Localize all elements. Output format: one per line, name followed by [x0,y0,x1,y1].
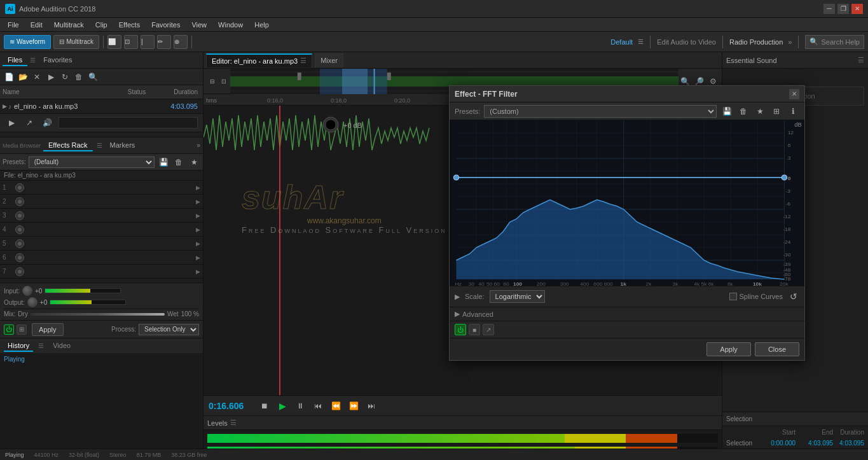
history-menu-icon[interactable]: ☰ [38,342,44,349]
mini-volume-btn[interactable]: 🔊 [41,116,53,129]
pause-btn[interactable]: ⏸ [294,400,307,412]
expand-panels-icon[interactable]: » [196,142,200,149]
scale-dropdown[interactable]: Logarithmic [490,290,545,303]
skip-to-end-btn[interactable]: ⏭ [365,400,378,412]
effects-apply-btn[interactable]: Apply [32,323,64,336]
tab-effects-rack[interactable]: Effects Rack [43,140,93,151]
slot-power-2[interactable] [15,197,24,206]
slot-expand-5[interactable]: ▶ [196,240,200,247]
fft-settings-icon[interactable]: ⊞ [770,105,783,118]
return-to-start-btn[interactable]: ⏮ [312,400,324,412]
rewind-btn[interactable]: ⏪ [329,400,342,412]
close-file-btn[interactable]: ✕ [31,71,43,83]
tool-pencil[interactable]: ✏ [157,35,171,49]
editor-tab-menu[interactable]: ☰ [300,57,307,65]
stop-btn[interactable]: ⏹ [258,400,271,412]
menu-effects[interactable]: Effects [114,20,145,30]
slot-power-4[interactable] [15,225,24,234]
file-item[interactable]: ▶ ♪ el_nino - ara ku.mp3 4:03.095 [0,99,203,113]
workspace-settings-icon[interactable]: ☰ [638,38,644,45]
menu-clip[interactable]: Clip [90,20,113,30]
fft-delete-preset[interactable]: 🗑 [737,105,750,118]
effects-mode-btn[interactable]: ⊞ [17,324,27,335]
search-help-label[interactable]: Search Help [821,38,860,46]
menu-edit[interactable]: Edit [25,20,48,30]
multitrack-button[interactable]: ⊟ Multitrack [53,35,99,49]
presets-dropdown[interactable]: (Default) [29,157,155,168]
open-file-btn[interactable]: 📂 [17,71,29,83]
loop-btn[interactable]: ↻ [59,71,71,83]
slot-power-7[interactable] [15,267,24,276]
more-workspaces-icon[interactable]: » [788,38,792,46]
effects-power-btn[interactable]: ⏻ [4,324,14,335]
tab-editor[interactable]: Editor: el_nino - ara ku.mp3 ☰ [206,53,312,67]
slot-expand-2[interactable]: ▶ [196,199,200,205]
slot-expand-6[interactable]: ▶ [196,254,200,261]
mini-export-btn[interactable]: ↗ [23,116,36,129]
edit-audio-video[interactable]: Edit Audio to Video [657,38,716,46]
restore-button[interactable]: ❐ [837,4,849,14]
fft-save-preset[interactable]: 💾 [720,105,733,118]
tab-files[interactable]: Files [3,55,27,66]
fft-chart-area[interactable]: 12 6 3 0 -3 -6 -12 -18 -24 -30 -39 -48 -… [450,120,804,286]
delete-preset-btn[interactable]: 🗑 [172,156,185,169]
new-file-btn[interactable]: 📄 [3,71,15,83]
slot-expand-4[interactable]: ▶ [196,227,200,233]
slot-power-5[interactable] [15,239,24,248]
input-knob[interactable] [22,286,32,296]
menu-multitrack[interactable]: Multitrack [49,20,89,30]
slot-power-6[interactable] [15,253,24,262]
favorite-preset-btn[interactable]: ★ [188,156,200,169]
radio-production[interactable]: Radio Production [729,38,783,46]
tool-lasso[interactable]: ⊡ [124,35,138,49]
levels-menu-icon[interactable]: ☰ [230,419,237,427]
auto-play-btn[interactable]: ▶ [45,71,57,83]
delete-file-btn[interactable]: 🗑 [72,71,85,83]
media-browser-label[interactable]: Media Browser [3,143,41,149]
advanced-row[interactable]: ▶ Advanced [450,307,804,321]
fft-power-btn[interactable]: ⏻ [455,324,466,335]
effects-rack-menu[interactable]: ☰ [97,142,102,149]
fft-favorite-preset[interactable]: ★ [754,105,766,118]
fft-share-btn[interactable]: ↗ [483,324,494,335]
fast-forward-btn[interactable]: ⏩ [347,400,360,412]
tab-markers[interactable]: Markers [105,140,141,151]
slot-expand-7[interactable]: ▶ [196,268,200,275]
slot-expand-3[interactable]: ▶ [196,213,200,219]
tool-marquee[interactable]: ⬜ [107,35,121,49]
process-dropdown[interactable]: Selection Only [139,324,199,335]
fft-info-icon[interactable]: ℹ [787,105,799,118]
menu-help[interactable]: Help [249,20,274,30]
tab-history[interactable]: History [4,340,33,352]
tool-heal[interactable]: ⊕ [174,35,188,49]
close-button[interactable]: ✕ [851,4,863,14]
tab-mixer[interactable]: Mixer [315,53,343,67]
minimize-button[interactable]: ─ [823,4,835,14]
mix-slider[interactable] [31,313,165,316]
window-controls[interactable]: ─ ❐ ✕ [823,4,863,14]
output-knob[interactable] [27,297,38,307]
fft-stop-btn[interactable]: ■ [469,324,480,335]
search-file-btn[interactable]: 🔍 [86,71,99,83]
zoom-controls[interactable]: ⊟ [207,75,217,88]
fft-presets-dropdown[interactable]: (Custom) [484,105,717,118]
essential-sound-menu[interactable]: ☰ [858,56,864,64]
play-btn[interactable]: ▶ [276,400,289,412]
files-panel-menu[interactable]: ☰ [30,57,36,64]
reset-btn[interactable]: ↺ [788,291,799,302]
fft-close-x-btn[interactable]: ✕ [789,89,799,99]
fft-apply-btn[interactable]: Apply [706,342,751,356]
save-preset-btn[interactable]: 💾 [157,156,170,169]
waveform-button[interactable]: ≋ Waveform [4,35,51,49]
tab-favorites[interactable]: Favorites [38,55,77,66]
slot-expand-1[interactable]: ▶ [196,185,200,191]
slot-power-1[interactable] [15,183,24,192]
menu-view[interactable]: View [186,20,212,30]
mini-play-btn[interactable]: ▶ [5,116,18,129]
spline-checkbox[interactable] [729,293,737,300]
menu-window[interactable]: Window [213,20,248,30]
tab-video[interactable]: Video [49,340,74,352]
menu-file[interactable]: File [3,20,24,30]
fit-zoom[interactable]: ⊡ [219,75,229,88]
slot-power-3[interactable] [15,211,24,220]
